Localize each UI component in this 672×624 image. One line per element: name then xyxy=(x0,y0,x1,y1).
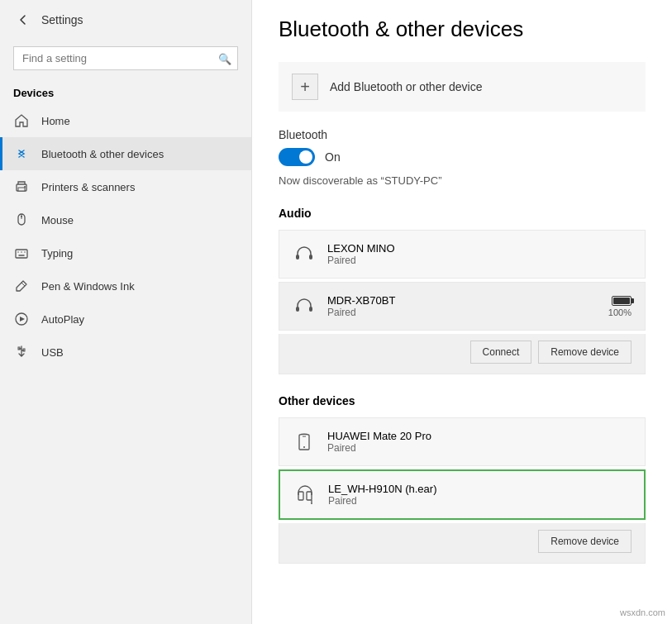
remove-device-button-other[interactable]: Remove device xyxy=(538,530,631,553)
sidebar-item-printers-label: Printers & scanners xyxy=(41,181,135,193)
svg-rect-6 xyxy=(16,250,27,258)
svg-point-2 xyxy=(24,186,26,188)
svg-point-18 xyxy=(303,446,305,448)
device-status-huawei: Paired xyxy=(327,442,631,454)
audio-heading: Audio xyxy=(279,207,646,220)
sidebar-item-home-label: Home xyxy=(41,115,70,127)
other-devices-heading: Other devices xyxy=(279,394,646,407)
sidebar-item-printers[interactable]: Printers & scanners xyxy=(0,170,251,203)
watermark: wsxdn.com xyxy=(620,607,665,617)
sidebar-item-autoplay-label: AutoPlay xyxy=(41,313,84,326)
autoplay-icon xyxy=(13,311,30,327)
bluetooth-toggle-row: On xyxy=(279,148,646,166)
bluetooth-section: Bluetooth On Now discoverable as “STUDY-… xyxy=(279,128,646,187)
mouse-icon xyxy=(13,212,30,228)
sidebar-item-usb[interactable]: USB xyxy=(0,336,251,369)
bluetooth-icon xyxy=(13,145,30,162)
sidebar-item-typing-label: Typing xyxy=(41,247,73,260)
discoverable-text: Now discoverable as “STUDY-PC” xyxy=(279,174,646,187)
device-status-le-wh: Paired xyxy=(328,495,631,507)
home-icon xyxy=(13,112,30,129)
pen-icon xyxy=(13,278,30,294)
sidebar-item-bluetooth-label: Bluetooth & other devices xyxy=(41,148,164,160)
toggle-track xyxy=(279,148,315,166)
svg-point-23 xyxy=(311,503,312,504)
search-input[interactable] xyxy=(13,46,238,70)
printer-icon xyxy=(13,179,30,195)
keyboard-icon xyxy=(13,245,30,261)
sidebar: Settings 🔍 Devices Home Bluetooth & othe… xyxy=(0,0,252,624)
svg-rect-16 xyxy=(296,307,299,312)
device-battery: 100% xyxy=(608,296,631,317)
bluetooth-label: Bluetooth xyxy=(279,128,646,141)
device-info-le-wh: LE_WH-H910N (h.ear) Paired xyxy=(328,483,631,507)
usb-icon xyxy=(13,344,30,360)
sidebar-section-label: Devices xyxy=(0,80,251,104)
device-name-lexon: LEXON MINO xyxy=(327,242,631,255)
headset-icon xyxy=(293,483,317,507)
connect-button[interactable]: Connect xyxy=(470,341,532,364)
device-status-mdr: Paired xyxy=(327,307,597,318)
toggle-thumb xyxy=(299,150,312,164)
device-card-mdr: MDR-XB70BT Paired 100% xyxy=(279,282,646,331)
sidebar-item-mouse[interactable]: Mouse xyxy=(0,203,251,236)
sidebar-item-pen[interactable]: Pen & Windows Ink xyxy=(0,269,251,302)
search-icon: 🔍 xyxy=(218,52,231,64)
sidebar-item-autoplay[interactable]: AutoPlay xyxy=(0,302,251,336)
bluetooth-toggle-state: On xyxy=(325,150,341,164)
sidebar-item-mouse-label: Mouse xyxy=(41,214,74,226)
plus-icon: + xyxy=(292,74,318,100)
page-title: Bluetooth & other devices xyxy=(279,17,646,42)
sidebar-item-home[interactable]: Home xyxy=(0,104,251,137)
headphone-icon-2 xyxy=(293,295,316,318)
sidebar-item-typing[interactable]: Typing xyxy=(0,236,251,269)
sidebar-header: Settings xyxy=(0,0,251,40)
battery-fill xyxy=(613,298,630,304)
other-devices-card-actions: Remove device xyxy=(279,523,646,564)
add-device-label: Add Bluetooth or other device xyxy=(330,80,482,93)
audio-card-actions: Connect Remove device xyxy=(279,334,646,374)
svg-rect-21 xyxy=(307,492,312,500)
device-info-lexon: LEXON MINO Paired xyxy=(327,242,631,266)
headphone-icon xyxy=(293,243,316,266)
battery-bar xyxy=(612,296,631,306)
svg-rect-1 xyxy=(18,188,25,191)
sidebar-item-usb-label: USB xyxy=(41,346,64,359)
battery-pct: 100% xyxy=(608,307,631,317)
settings-title: Settings xyxy=(41,13,83,26)
sidebar-item-bluetooth[interactable]: Bluetooth & other devices xyxy=(0,137,251,170)
phone-icon xyxy=(293,431,316,454)
svg-rect-15 xyxy=(309,255,312,260)
audio-section: Audio LEXON MINO Paired xyxy=(279,207,646,374)
device-status-lexon: Paired xyxy=(327,255,631,266)
back-button[interactable] xyxy=(13,10,33,30)
svg-rect-14 xyxy=(296,255,299,260)
sidebar-item-pen-label: Pen & Windows Ink xyxy=(41,280,135,293)
device-name-huawei: HUAWEI Mate 20 Pro xyxy=(327,430,631,442)
device-name-mdr: MDR-XB70BT xyxy=(327,294,597,307)
add-device-button[interactable]: + Add Bluetooth or other device xyxy=(279,62,646,112)
search-box: 🔍 xyxy=(13,46,238,70)
bluetooth-toggle[interactable] xyxy=(279,148,315,166)
battery-icon xyxy=(612,296,631,306)
main-content: Bluetooth & other devices + Add Bluetoot… xyxy=(252,0,672,624)
device-info-mdr: MDR-XB70BT Paired xyxy=(327,294,597,318)
svg-point-5 xyxy=(21,216,22,217)
remove-device-button-audio[interactable]: Remove device xyxy=(538,341,631,364)
device-info-huawei: HUAWEI Mate 20 Pro Paired xyxy=(327,430,631,454)
device-card-lexon: LEXON MINO Paired xyxy=(279,230,646,279)
device-name-le-wh: LE_WH-H910N (h.ear) xyxy=(328,483,631,495)
other-devices-section: Other devices HUAWEI Mate 20 Pro Paired xyxy=(279,394,646,564)
device-card-le-wh: LE_WH-H910N (h.ear) Paired xyxy=(279,469,646,520)
svg-rect-20 xyxy=(298,492,303,500)
svg-rect-17 xyxy=(309,307,312,312)
device-card-huawei: HUAWEI Mate 20 Pro Paired xyxy=(279,417,646,466)
